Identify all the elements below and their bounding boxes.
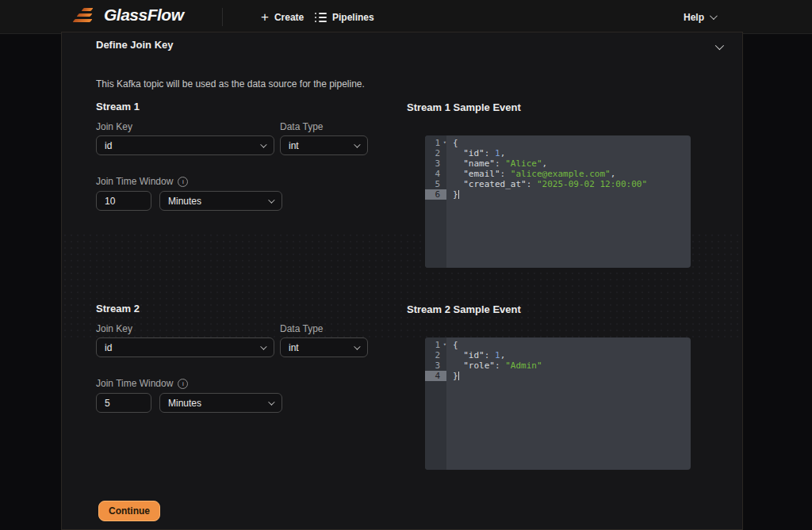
stream2-data-type-value: int [289, 342, 299, 353]
stream2-time-unit-value: Minutes [168, 398, 201, 409]
code-area[interactable]: { "id": 1, "name": "Alice", "email": "al… [446, 135, 691, 268]
code-line[interactable]: "created_at": "2025-09-02 12:00:00" [453, 179, 691, 189]
line-number: 5 [425, 179, 446, 189]
line-number: 2 [425, 350, 446, 360]
stream1-sample-editor[interactable]: 1▾23456 { "id": 1, "name": "Alice", "ema… [425, 135, 691, 268]
pipelines-button[interactable]: Pipelines [315, 0, 374, 34]
code-line[interactable]: { [453, 138, 691, 148]
line-number: 4 [425, 371, 446, 381]
line-number-gutter: 1▾23456 [425, 135, 446, 268]
code-line[interactable]: } [453, 189, 691, 200]
stream1-join-time-window-input[interactable] [96, 191, 151, 211]
stream2-time-unit-select[interactable]: Minutes [159, 393, 282, 413]
stream2-sample-heading: Stream 2 Sample Event [407, 303, 521, 315]
code-line[interactable]: "id": 1, [453, 350, 691, 360]
stream1-time-unit-value: Minutes [168, 196, 201, 207]
create-label: Create [274, 12, 304, 23]
chevron-down-icon [710, 12, 718, 20]
stream1-heading: Stream 1 [96, 101, 140, 112]
brand-name: GlassFlow [104, 6, 184, 25]
pipelines-label: Pipelines [332, 12, 374, 23]
code-line[interactable]: "name": "Alice", [453, 158, 691, 169]
panel-title: Define Join Key [96, 39, 174, 51]
info-icon[interactable]: i [178, 177, 188, 187]
text-cursor [458, 190, 459, 199]
panel-description: This Kafka topic will be used as the dat… [96, 78, 365, 90]
define-join-key-panel: Define Join Key This Kafka topic will be… [61, 32, 743, 530]
help-menu[interactable]: Help [684, 0, 715, 34]
code-line[interactable]: "role": "Admin" [453, 360, 691, 371]
stream2-join-key-label: Join Key [96, 323, 132, 334]
stream1-join-key-label: Join Key [96, 121, 132, 132]
stream1-data-type-label: Data Type [280, 121, 323, 132]
line-number: 4 [425, 169, 446, 179]
plus-icon: + [261, 10, 269, 24]
code-line[interactable]: "id": 1, [453, 148, 691, 158]
line-number: 2 [425, 148, 446, 158]
stream1-form: Stream 1 Join Key Data Type id int Join … [96, 101, 370, 243]
text-cursor [458, 372, 459, 380]
line-number: 3 [425, 360, 446, 371]
top-navbar: GlassFlow + Create Pipelines Help [0, 0, 812, 34]
line-number-gutter: 1▾234 [425, 337, 446, 470]
line-number: 6 [425, 189, 446, 200]
stream2-join-time-window-label: Join Time Window i [96, 378, 188, 389]
stream2-data-type-select[interactable]: int [280, 337, 368, 357]
collapse-section-button[interactable] [711, 40, 726, 54]
stream2-join-time-window-input[interactable] [96, 393, 151, 413]
stream1-join-time-window-label: Join Time Window i [96, 176, 188, 187]
navbar-divider [222, 8, 223, 26]
stream1-data-type-select[interactable]: int [280, 135, 368, 155]
chevron-down-icon [260, 141, 266, 147]
chevron-down-icon [268, 398, 274, 405]
chevron-down-icon [354, 141, 360, 147]
chevron-down-icon [268, 196, 274, 203]
pipelines-list-icon [315, 13, 327, 22]
chevron-down-icon [354, 343, 360, 349]
continue-button[interactable]: Continue [98, 501, 160, 521]
join-time-window-text: Join Time Window [96, 378, 173, 389]
chevron-down-icon [260, 343, 266, 349]
stream2-data-type-label: Data Type [280, 323, 323, 334]
info-icon[interactable]: i [178, 379, 188, 389]
chevron-down-icon [715, 41, 724, 50]
code-line[interactable]: } [453, 371, 691, 381]
stream2-join-key-select[interactable]: id [96, 337, 274, 357]
code-area[interactable]: { "id": 1, "role": "Admin"} [446, 337, 691, 470]
code-line[interactable]: "email": "alice@example.com", [453, 169, 691, 179]
stream2-heading: Stream 2 [96, 303, 140, 315]
help-label: Help [684, 12, 704, 23]
join-time-window-text: Join Time Window [96, 176, 173, 187]
stream1-data-type-value: int [289, 140, 299, 151]
stream1-join-key-select[interactable]: id [96, 135, 274, 155]
line-number: 1▾ [425, 340, 446, 350]
glassflow-logo-icon [74, 7, 98, 24]
stream2-join-key-value: id [105, 342, 112, 353]
stream2-form: Stream 2 Join Key Data Type id int Join … [96, 303, 370, 445]
stream2-sample-editor[interactable]: 1▾234 { "id": 1, "role": "Admin"} [425, 337, 691, 470]
glassflow-logo[interactable]: GlassFlow [74, 6, 184, 25]
create-button[interactable]: + Create [261, 0, 304, 34]
stream1-time-unit-select[interactable]: Minutes [159, 191, 282, 211]
line-number: 3 [425, 158, 446, 169]
stream1-join-key-value: id [105, 140, 112, 151]
fold-caret-icon[interactable]: ▾ [443, 138, 446, 148]
line-number: 1▾ [425, 138, 446, 148]
fold-caret-icon[interactable]: ▾ [443, 340, 446, 350]
stream1-sample-heading: Stream 1 Sample Event [407, 101, 521, 113]
code-line[interactable]: { [453, 340, 691, 350]
